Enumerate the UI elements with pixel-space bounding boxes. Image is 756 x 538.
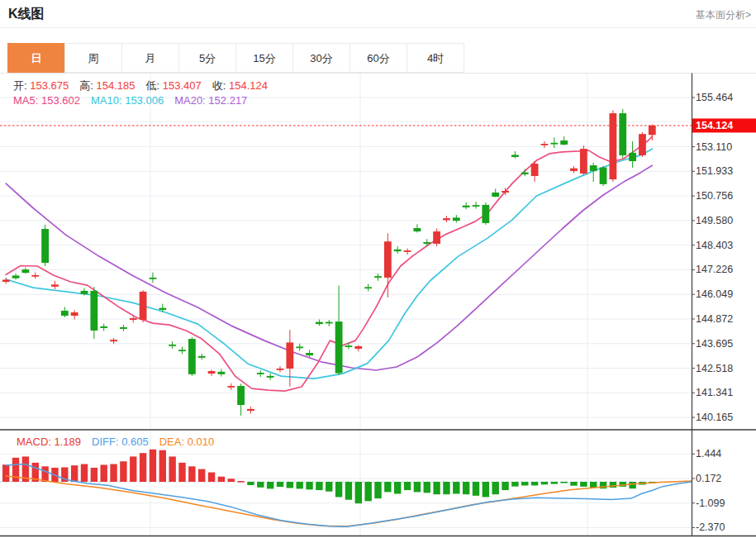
macd-bar <box>267 482 273 488</box>
macd-bar <box>424 482 430 493</box>
macd-bar <box>150 450 156 482</box>
tab-interval-1[interactable]: 周 <box>64 43 122 73</box>
macd-bar <box>345 482 352 500</box>
candle-body <box>31 275 39 277</box>
ma-legend: MA5: 153.602MA10: 153.006MA20: 152.217 <box>13 94 258 107</box>
macd-bar <box>433 482 440 494</box>
macd-bar <box>414 482 421 492</box>
candle-body <box>61 311 69 316</box>
candle-body <box>41 229 49 263</box>
interval-tabs: 日周月5分15分30分60分4时 <box>8 43 464 73</box>
macd-row-item-2: DEA: 0.010 <box>159 436 215 448</box>
candle-body <box>443 218 450 220</box>
macd-bar <box>101 464 107 482</box>
candle-body <box>423 242 430 244</box>
macd-bar <box>364 482 371 501</box>
macd-bar <box>404 482 411 490</box>
candle-body <box>178 350 186 351</box>
candle-body <box>473 205 480 207</box>
price-axis-label: 153.110 <box>696 141 732 153</box>
macd-bar <box>326 482 332 492</box>
candles-group <box>2 109 656 416</box>
candle-body <box>482 205 489 223</box>
candle-body <box>610 113 617 179</box>
candle-body <box>306 353 313 355</box>
candle-body <box>296 346 303 348</box>
macd-bar <box>81 464 88 482</box>
ohlc-row-item-0: 开: 153.675 <box>13 79 69 92</box>
tab-interval-3[interactable]: 5分 <box>178 43 236 73</box>
macd-bar <box>2 464 9 482</box>
macd-axis-label: -1.099 <box>696 498 725 509</box>
candle-body <box>531 164 539 176</box>
candle-body <box>433 231 440 244</box>
candle-body <box>51 284 59 287</box>
candle-body <box>394 250 402 251</box>
macd-bar <box>91 468 97 482</box>
macd-bar <box>228 478 235 482</box>
macd-bar <box>237 481 244 483</box>
candle-body <box>286 342 293 369</box>
tab-interval-5[interactable]: 30分 <box>292 43 350 73</box>
price-axis-label: 141.341 <box>696 387 733 398</box>
macd-bar <box>297 482 303 488</box>
macd-bar <box>560 482 567 483</box>
candle-body <box>150 278 157 279</box>
macd-axis-label: -2.370 <box>696 521 725 533</box>
candle-body <box>502 191 509 193</box>
macd-bar <box>247 482 254 485</box>
macd-bar <box>521 482 528 485</box>
macd-bar <box>551 482 558 484</box>
candle-body <box>560 140 568 145</box>
price-axis-label: 150.756 <box>696 190 733 202</box>
candle-body <box>120 327 127 329</box>
candle-body <box>649 126 656 135</box>
candle-body <box>316 322 323 325</box>
ma-row-item-1: MA10: 153.006 <box>91 94 164 107</box>
tab-interval-4[interactable]: 15分 <box>235 43 293 73</box>
macd-bar <box>443 482 449 494</box>
candle-body <box>81 291 88 294</box>
candle-body <box>414 228 421 231</box>
ma5-line <box>6 136 652 391</box>
candle-body <box>218 372 226 374</box>
candle-body <box>277 369 284 370</box>
candle-body <box>110 340 117 341</box>
candle-body <box>335 321 343 373</box>
macd-bar <box>453 482 459 493</box>
candle-body <box>188 339 196 374</box>
tab-interval-0[interactable]: 日 <box>7 43 65 73</box>
price-axis-label: 151.933 <box>696 165 733 177</box>
candle-body <box>511 155 519 157</box>
tab-interval-2[interactable]: 月 <box>121 43 179 73</box>
macd-bar <box>580 482 587 487</box>
candle-body <box>326 322 333 324</box>
macd-bar <box>335 482 342 497</box>
ohlc-row-item-1: 高: 154.185 <box>79 79 135 92</box>
candle-body <box>267 376 274 378</box>
macd-bar <box>287 482 293 488</box>
candle-body <box>140 292 147 320</box>
tab-interval-7[interactable]: 4时 <box>407 43 464 73</box>
macd-bar <box>531 482 538 485</box>
macd-bar <box>140 453 146 482</box>
price-axis-label: 149.580 <box>696 215 733 226</box>
macd-bar <box>41 466 48 482</box>
macd-bar <box>374 482 381 498</box>
tab-interval-6[interactable]: 60分 <box>349 43 407 73</box>
price-axis-label: 144.872 <box>696 313 733 325</box>
macd-bar <box>473 482 479 496</box>
candle-body <box>463 206 470 207</box>
macd-bar <box>120 461 126 482</box>
macd-row-item-0: MACD: 1.189 <box>17 436 81 448</box>
candle-body <box>404 250 411 252</box>
macd-bar <box>169 456 175 482</box>
ohlc-row-item-3: 收: 154.124 <box>212 79 268 92</box>
ma-row-item-0: MA5: 153.602 <box>13 94 80 107</box>
candle-body <box>12 275 20 278</box>
macd-bar <box>12 458 19 482</box>
macd-bar <box>257 482 264 488</box>
candle-body <box>71 312 78 316</box>
macd-bar <box>463 482 469 494</box>
kline-page: { "header": { "title": "K线图", "analysis_… <box>0 0 756 538</box>
